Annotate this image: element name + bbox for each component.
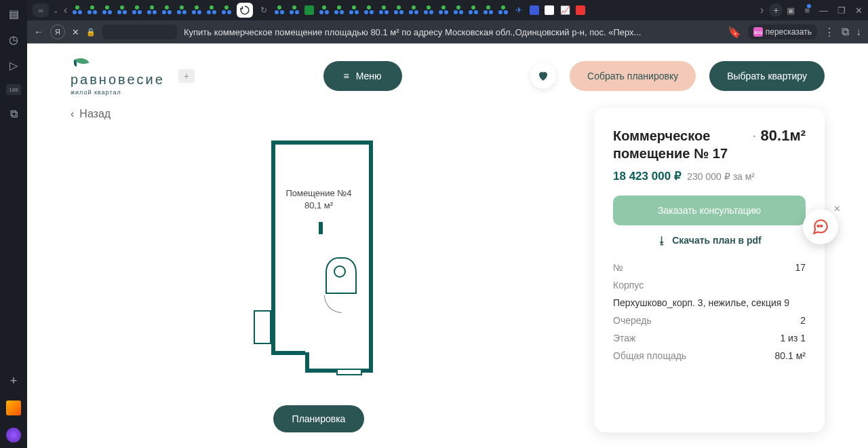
window-close[interactable]: ✕ — [855, 5, 863, 16]
tab-item[interactable] — [290, 5, 299, 15]
nav-back[interactable]: ← — [34, 26, 43, 37]
chat-icon — [812, 218, 829, 236]
floorplan-image: Помещение №4 80,1 м² — [251, 141, 387, 385]
consult-button[interactable]: Заказать консультацию — [613, 195, 806, 225]
unit-price-per: 230 000 ₽ за м² — [687, 171, 755, 182]
url-field[interactable] — [102, 24, 177, 39]
browser-sidebar: ▤ ◷ ▷ 188 ⧉ + — [0, 0, 27, 448]
stop-icon[interactable]: ✕ — [72, 27, 79, 37]
tab-item[interactable] — [222, 5, 231, 15]
choose-apartment-button[interactable]: Выбрать квартиру — [709, 61, 825, 91]
pdf-label: Скачать план в pdf — [672, 235, 762, 246]
tab-item[interactable]: ↻ — [258, 5, 269, 16]
window-minimize[interactable]: — — [819, 5, 828, 16]
unit-area: 80.1м² — [752, 127, 806, 145]
phone-number[interactable]: + — [178, 69, 195, 83]
spec-queue-label: Очередь — [613, 315, 652, 326]
add-panel-icon[interactable]: + — [10, 374, 18, 388]
reader-icon[interactable]: ▣ — [787, 5, 795, 16]
tab-item[interactable] — [304, 5, 314, 15]
tab-item[interactable] — [545, 5, 554, 15]
favorites-button[interactable] — [530, 63, 556, 89]
summarize-label: пересказать — [766, 27, 812, 37]
tab-item[interactable] — [424, 5, 433, 15]
tab-item[interactable] — [207, 5, 216, 15]
history-icon[interactable]: ◷ — [7, 33, 20, 46]
menu-label: Меню — [356, 71, 382, 81]
layout-chip[interactable]: Планировка — [273, 405, 365, 432]
page-content: равновесие жилой квартал + ≡ Меню Собрат… — [27, 43, 868, 448]
download-pdf-link[interactable]: ⭳ Скачать план в pdf — [613, 235, 806, 246]
svg-point-0 — [818, 225, 819, 227]
chat-close-icon[interactable]: ✕ — [833, 204, 841, 214]
tab-item[interactable]: 📈 — [559, 5, 570, 16]
sidebar-panel-icon[interactable]: ▤ — [7, 7, 20, 20]
tab-active[interactable] — [237, 3, 253, 18]
spec-building-value: Перхушково_корп. 3, нежилье, секция 9 — [613, 297, 806, 308]
tab-item[interactable] — [102, 5, 112, 15]
tab-item[interactable] — [409, 5, 418, 15]
svg-point-1 — [821, 225, 822, 227]
tab-item[interactable] — [132, 5, 142, 15]
spec-queue-value: 2 — [800, 315, 806, 326]
yandex-icon[interactable]: Я — [50, 24, 65, 39]
tab-item[interactable] — [530, 5, 539, 15]
tab-item[interactable] — [469, 5, 478, 15]
tab-item[interactable] — [576, 5, 585, 15]
back-label: Назад — [79, 108, 111, 120]
tab-item[interactable] — [454, 5, 463, 15]
alice-icon[interactable] — [6, 428, 21, 443]
tab-item[interactable] — [498, 5, 508, 15]
unit-title: Коммерческое помещение № 17 — [613, 127, 752, 162]
site-logo[interactable]: равновесие жилой квартал — [71, 56, 165, 96]
collect-layout-button[interactable]: Собрать планировку — [570, 61, 696, 91]
tab-strip: ∞ ⌄ ‹ ↻ — [27, 0, 868, 20]
tab-item[interactable] — [73, 5, 82, 15]
tab-item[interactable] — [379, 5, 389, 15]
play-icon[interactable]: ▷ — [7, 58, 20, 72]
menu-button[interactable]: ≡ Меню — [323, 61, 402, 91]
spec-total-value: 80.1 м² — [775, 350, 806, 361]
tab-item[interactable] — [87, 5, 97, 15]
tab-scroll-right[interactable]: › — [759, 4, 765, 16]
logo-subtitle: жилой квартал — [71, 89, 165, 96]
logo-text: равновесие — [71, 72, 165, 88]
tab-item[interactable] — [192, 5, 201, 15]
new-tab-button[interactable]: + — [769, 3, 783, 17]
window-maximize[interactable]: ❐ — [837, 5, 846, 16]
chat-widget-button[interactable] — [803, 209, 838, 244]
bookmark-icon[interactable]: 🔖 — [728, 26, 741, 39]
unit-price: 18 423 000 ₽ — [613, 170, 682, 183]
extensions-icon[interactable]: ⧉ — [842, 26, 849, 38]
tab-item[interactable] — [349, 5, 359, 15]
room-label: Помещение №4 — [251, 188, 387, 198]
tab-item[interactable] — [394, 5, 403, 15]
tab-item[interactable] — [439, 5, 448, 15]
page-title: Купить коммерческое помещение площадью 8… — [184, 27, 721, 37]
tab-item[interactable] — [177, 5, 186, 15]
hamburger-icon: ≡ — [344, 71, 349, 81]
downloads-icon[interactable]: ↓ — [856, 26, 861, 38]
tab-scroll-left[interactable]: ‹ — [62, 4, 68, 16]
tab-item[interactable] — [334, 5, 344, 15]
mail-icon[interactable] — [6, 400, 21, 415]
tab-item[interactable]: ✈ — [513, 5, 524, 16]
tab-item[interactable] — [364, 5, 374, 15]
summarize-button[interactable]: зоо пересказать — [748, 24, 817, 39]
tab-item[interactable] — [117, 5, 127, 15]
tab-item[interactable] — [147, 5, 157, 15]
back-link[interactable]: ‹ Назад — [71, 108, 567, 120]
notifications-icon[interactable]: ≡ — [804, 5, 810, 16]
chevron-down-icon[interactable]: ⌄ — [53, 7, 58, 14]
tab-item[interactable] — [275, 5, 284, 15]
spec-building-label: Корпус — [613, 280, 644, 291]
screenshot-icon[interactable]: ⧉ — [7, 107, 20, 121]
tab-item[interactable] — [162, 5, 172, 15]
counter-badge[interactable]: 188 — [6, 84, 21, 95]
tab-item[interactable] — [319, 5, 329, 15]
browser-logo[interactable]: ∞ — [33, 3, 49, 17]
logo-leaf-icon — [71, 56, 91, 71]
heart-icon — [537, 70, 549, 82]
kebab-menu-icon[interactable]: ⋮ — [824, 26, 835, 39]
tab-item[interactable] — [484, 5, 493, 15]
